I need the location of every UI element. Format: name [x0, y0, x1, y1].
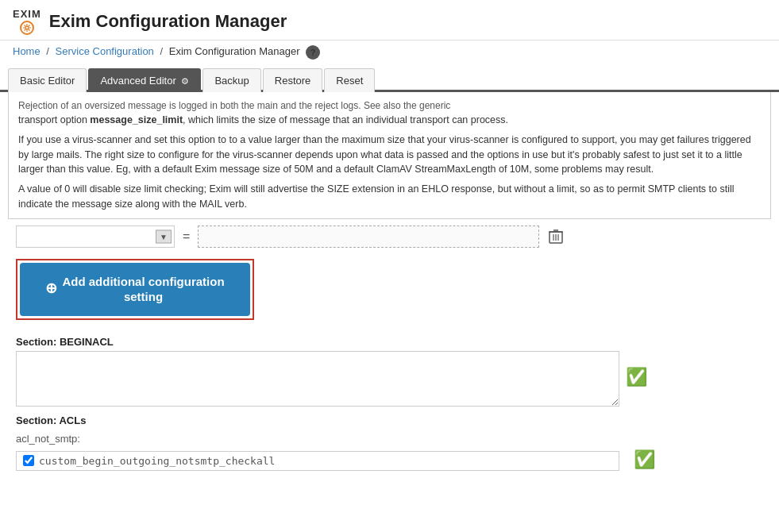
- info-block: Rejection of an oversized message is log…: [8, 92, 771, 219]
- checkbox-row: custom_begin_outgoing_notsmtp_checkall: [16, 451, 619, 471]
- info-para2: If you use a virus-scanner and set this …: [18, 133, 761, 177]
- logo-text: EXIM: [13, 8, 41, 20]
- header: EXIM Exim Configuration Manager: [0, 0, 779, 40]
- setting-select[interactable]: [16, 226, 175, 248]
- main-content: Rejection of an oversized message is log…: [0, 92, 779, 480]
- exim-gear-icon: [20, 21, 34, 35]
- breadcrumb: Home / Service Configuration / Exim Conf…: [0, 40, 779, 66]
- tab-backup[interactable]: Backup: [202, 68, 260, 92]
- breadcrumb-home[interactable]: Home: [13, 45, 40, 57]
- tab-reset[interactable]: Reset: [324, 68, 375, 92]
- beginacl-check-icon: ✅: [626, 367, 647, 387]
- acl-not-smtp-label: acl_not_smtp:: [16, 433, 763, 445]
- gear-tab-icon: ⚙: [181, 76, 189, 86]
- info-para3: A value of 0 will disable size limit che…: [18, 182, 761, 212]
- setting-row: ▼ =: [16, 226, 763, 248]
- acl-checkbox[interactable]: [23, 455, 34, 466]
- page-title: Exim Configuration Manager: [49, 11, 287, 32]
- info-line1: Rejection of an oversized message is log…: [18, 98, 761, 113]
- add-button-wrap: ⊕ Add additional configurationsetting: [16, 259, 254, 320]
- info-line2: transport option message_size_limit, whi…: [18, 113, 761, 128]
- equals-sign: =: [179, 229, 193, 244]
- tab-bar: Basic Editor Advanced Editor ⚙ Backup Re…: [0, 66, 779, 92]
- breadcrumb-service-config[interactable]: Service Configuration: [56, 45, 154, 57]
- tab-restore[interactable]: Restore: [263, 68, 323, 92]
- add-button-label: Add additional configurationsetting: [62, 274, 224, 305]
- acl-checkbox-label[interactable]: custom_begin_outgoing_notsmtp_checkall: [39, 455, 275, 467]
- exim-logo: EXIM: [13, 8, 41, 35]
- section-acls-label: Section: ACLs: [16, 414, 763, 426]
- delete-row-button[interactable]: [544, 229, 568, 245]
- plus-icon: ⊕: [45, 279, 57, 298]
- section-beginacl-wrap: ✅: [16, 351, 763, 407]
- svg-line-5: [24, 25, 25, 27]
- tab-basic-editor[interactable]: Basic Editor: [8, 68, 87, 92]
- acl-bottom-row: custom_begin_outgoing_notsmtp_checkall ✅: [8, 448, 771, 472]
- acl-check-icon: ✅: [634, 449, 655, 470]
- breadcrumb-current: Exim Configuration Manager: [169, 45, 300, 57]
- svg-point-0: [25, 26, 29, 29]
- add-config-button[interactable]: ⊕ Add additional configurationsetting: [20, 263, 250, 316]
- info-bold-term: message_size_limit: [90, 114, 183, 125]
- help-icon[interactable]: ?: [306, 45, 320, 60]
- section-beginacl-textarea[interactable]: [16, 351, 619, 407]
- svg-line-8: [24, 29, 25, 31]
- svg-line-6: [29, 29, 30, 31]
- tab-advanced-editor[interactable]: Advanced Editor ⚙: [88, 68, 201, 92]
- setting-value-input[interactable]: [198, 226, 539, 248]
- trash-icon: [549, 229, 563, 245]
- svg-line-7: [29, 25, 30, 27]
- section-beginacl-label: Section: BEGINACL: [16, 336, 763, 348]
- setting-select-wrap: ▼: [16, 226, 175, 248]
